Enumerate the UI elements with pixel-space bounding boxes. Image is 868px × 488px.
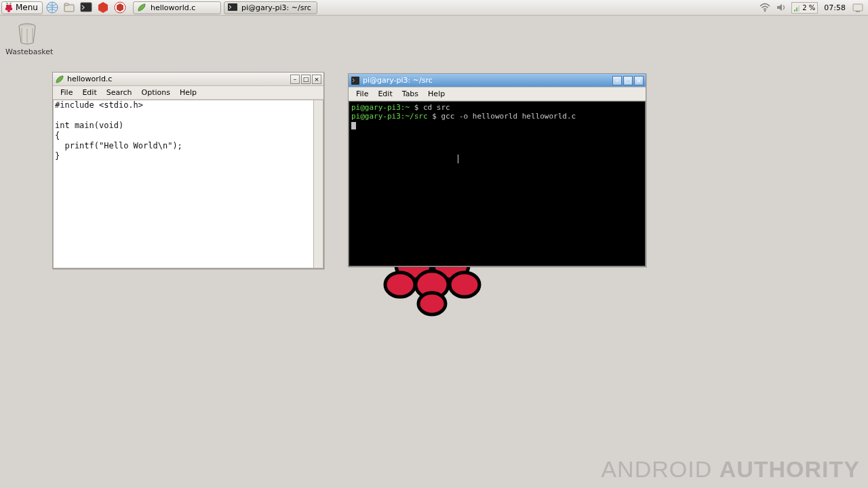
terminal-block-cursor [351,122,356,129]
svg-rect-27 [351,77,359,85]
menu-button[interactable]: Menu [1,1,43,14]
editor-scrollbar[interactable] [314,100,323,268]
close-button[interactable]: × [634,76,644,85]
wifi-icon[interactable] [759,1,771,14]
terminal-title: pi@gary-pi3: ~/src [363,76,612,85]
menu-tabs[interactable]: Tabs [397,88,423,100]
menu-options[interactable]: Options [137,87,175,98]
volume-icon[interactable] [775,1,787,14]
taskbar-item-editor[interactable]: helloworld.c [133,1,221,14]
watermark: ANDROID AUTHORITY [601,456,860,483]
svg-point-4 [7,7,11,10]
menu-edit[interactable]: Edit [77,87,101,98]
taskbar-item-terminal-label: pi@gary-pi3: ~/src [241,3,311,12]
terminal-icon [227,2,238,13]
editor-menubar: File Edit Search Options Help [53,86,323,100]
svg-rect-19 [856,11,860,12]
svg-rect-18 [853,4,863,11]
taskbar-item-terminal[interactable]: pi@gary-pi3: ~/src [224,1,317,14]
minimize-button[interactable]: – [612,76,622,85]
terminal-window: pi@gary-pi3: ~/src – □ × File Edit Tabs … [348,73,646,267]
terminal-body[interactable]: pi@gary-pi3:~ $ cd src pi@gary-pi3:~/src… [349,101,646,266]
menu-help[interactable]: Help [423,88,450,100]
wastebasket-icon[interactable]: Wastebasket [5,20,49,56]
taskbar-item-editor-label: helloworld.c [151,3,195,12]
mathematica-launcher-icon[interactable] [96,1,111,14]
svg-rect-16 [796,7,797,12]
minimize-button[interactable]: – [290,75,300,84]
editor-title: helloworld.c [67,75,290,83]
clock[interactable]: 07:58 [822,3,848,12]
menu-file[interactable]: File [56,87,77,98]
maximize-button[interactable]: □ [301,75,311,84]
terminal-launcher-icon[interactable] [79,1,94,14]
editor-titlebar[interactable]: helloworld.c – □ × [53,73,323,86]
menu-file[interactable]: File [351,88,373,100]
web-browser-launcher-icon[interactable] [45,1,60,14]
terminal-line: pi@gary-pi3:~/src $ gcc -o helloworld he… [351,112,643,121]
svg-point-26 [418,293,446,314]
svg-rect-8 [64,3,68,5]
svg-point-23 [385,272,415,297]
svg-rect-9 [81,3,92,12]
svg-marker-10 [98,2,108,13]
close-button[interactable]: × [312,75,321,84]
editor-textarea[interactable]: #include <stdio.h> int main(void) { prin… [53,100,314,268]
terminal-icon [351,76,360,85]
svg-rect-17 [798,5,800,12]
terminal-line: pi@gary-pi3:~ $ cd src [351,103,643,112]
svg-rect-13 [228,3,237,11]
leafpad-icon [136,2,147,13]
terminal-cursor-line [351,121,643,129]
terminal-titlebar[interactable]: pi@gary-pi3: ~/src – □ × [349,74,646,87]
terminal-text-caret [458,155,458,163]
raspberry-pi-icon [4,2,14,13]
editor-window: helloworld.c – □ × File Edit Search Opti… [52,72,324,269]
trash-icon [14,20,40,46]
svg-point-14 [764,10,766,12]
maximize-button[interactable]: □ [623,76,633,85]
cpu-usage[interactable]: 2 % [791,2,818,14]
svg-rect-15 [794,9,795,12]
svg-point-25 [450,272,479,297]
menu-help[interactable]: Help [175,87,201,98]
menu-label: Menu [16,3,38,12]
menu-edit[interactable]: Edit [373,88,397,100]
file-manager-launcher-icon[interactable] [62,1,77,14]
wolfram-launcher-icon[interactable] [113,1,127,14]
svg-point-5 [7,9,10,12]
logout-icon[interactable] [852,1,864,14]
menu-search[interactable]: Search [102,87,137,98]
cpu-usage-text: 2 % [802,4,815,12]
taskbar: Menu helloworld.c pi@gary-pi3: ~/src [0,0,868,16]
terminal-menubar: File Edit Tabs Help [349,87,646,101]
wastebasket-label: Wastebasket [5,47,49,56]
system-tray: 2 % 07:58 [759,1,867,14]
leafpad-icon [55,75,64,84]
